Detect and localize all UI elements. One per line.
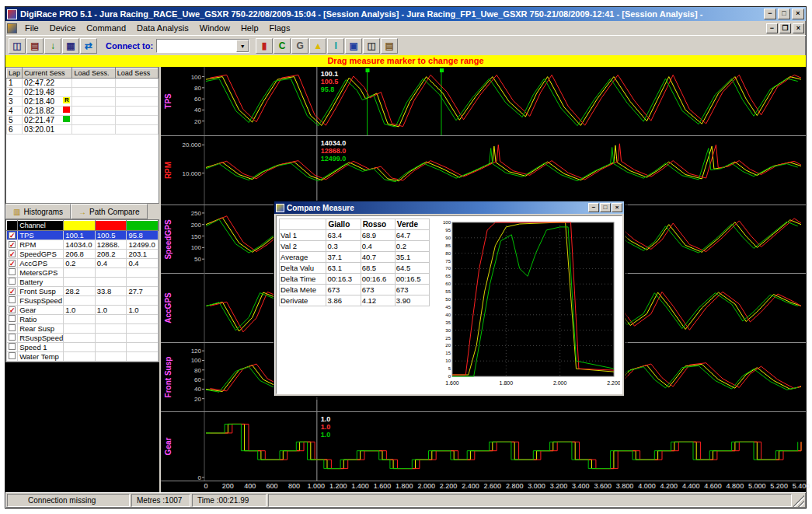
channel-row[interactable]: ✓TPS100.1100.595.8: [7, 231, 159, 240]
gear-chart[interactable]: 01.01.01.0: [175, 412, 806, 481]
channel-checkbox[interactable]: ✓: [9, 250, 16, 257]
lap-row[interactable]: 102:47.22: [7, 79, 159, 88]
svg-text:45: 45: [445, 305, 451, 309]
report-icon[interactable]: ▤: [381, 38, 398, 54]
dialog-close-button[interactable]: ×: [612, 203, 622, 212]
tps-chart[interactable]: 20406080100100.1100.595.8: [175, 67, 806, 135]
chevron-down-icon[interactable]: ▼: [236, 40, 249, 52]
channel-checkbox[interactable]: [9, 296, 16, 303]
channel-value: 1.0: [64, 306, 96, 315]
compare-measure-dialog[interactable]: Compare Measure − □ × GialloRossoVerde V…: [274, 201, 625, 397]
channel-row[interactable]: ✓AccGPS0.20.40.4: [7, 259, 159, 268]
channel-checkbox[interactable]: [9, 315, 16, 322]
channel-value: 208.2: [95, 250, 127, 259]
minimize-button[interactable]: −: [764, 9, 776, 19]
svg-text:15: 15: [445, 351, 451, 355]
histogram-icon[interactable]: ▮: [256, 38, 273, 54]
channel-row[interactable]: MetersGPS: [7, 268, 159, 278]
lap-row[interactable]: 502:21.47: [7, 116, 159, 125]
menu-flags[interactable]: Flags: [264, 22, 296, 34]
download-data-icon[interactable]: ↓: [44, 38, 61, 54]
channel-checkbox-cell: [7, 268, 18, 278]
channel-checkbox[interactable]: ✓: [9, 260, 16, 267]
sync-icon[interactable]: ⇄: [80, 38, 97, 54]
mdi-close-button[interactable]: ×: [793, 23, 804, 33]
channel-row[interactable]: Ratio: [7, 315, 159, 324]
tile-windows-icon[interactable]: ◫: [363, 38, 380, 54]
resize-grip[interactable]: [793, 494, 804, 507]
channel-row[interactable]: RSuspSpeed: [7, 334, 159, 343]
maximize-button[interactable]: □: [778, 9, 790, 19]
channel-value: 28.2: [64, 287, 96, 296]
session-window-icon[interactable]: [7, 23, 17, 33]
map-icon[interactable]: ▣: [345, 38, 362, 54]
cascade-windows-icon[interactable]: ◫: [9, 38, 26, 54]
channel-value: 12499.0: [127, 240, 159, 250]
channel-checkbox[interactable]: [9, 343, 16, 350]
menu-file[interactable]: File: [19, 22, 44, 34]
channel-row[interactable]: ✓Gear1.01.01.0: [7, 306, 159, 315]
tab-histograms[interactable]: ▥ Histograms: [5, 204, 71, 219]
lap-marker: R: [63, 97, 70, 103]
channel-checkbox[interactable]: [9, 352, 16, 359]
channel-row[interactable]: ✓SpeedGPS206.8208.2203.1: [7, 250, 159, 259]
g-meter-icon[interactable]: G: [291, 38, 308, 54]
measure-tool-icon[interactable]: I: [327, 38, 344, 54]
close-button[interactable]: ×: [792, 9, 804, 19]
menu-device[interactable]: Device: [44, 22, 82, 34]
charts-icon[interactable]: ▦: [62, 38, 79, 54]
dialog-minimize-button[interactable]: −: [588, 203, 599, 212]
channel-table-panel: Channel ✓TPS100.1100.595.8✓RPM14034.0128…: [5, 219, 159, 362]
channel-checkbox[interactable]: [9, 324, 16, 331]
svg-text:100: 100: [191, 74, 202, 81]
compare-label-header: [280, 219, 326, 230]
x-tick-label: 4.600: [704, 482, 722, 490]
measure-hint-banner: Drag measure marker to change range: [5, 55, 806, 67]
channel-row[interactable]: ✓RPM14034.012868.12499.0: [7, 240, 159, 250]
channel-checkbox[interactable]: ✓: [9, 306, 16, 313]
menu-command[interactable]: Command: [81, 22, 131, 34]
lap-row[interactable]: 603:20.01: [7, 125, 159, 135]
channel-checkbox[interactable]: [9, 334, 16, 341]
mdi-minimize-button[interactable]: −: [766, 23, 778, 33]
frontsusp-axis-label-text: Front Susp: [164, 357, 173, 398]
lap-row[interactable]: 402:18.82: [7, 107, 159, 116]
tab-path-compare[interactable]: → Path Compare: [71, 204, 147, 219]
title-bar[interactable]: DigiRace PRO 5.1 - Jura Racing_RACE_Uwe_…: [5, 7, 806, 21]
connect-combobox[interactable]: ▼: [156, 39, 249, 53]
channel-checkbox-cell: [7, 334, 18, 343]
rpm-chart[interactable]: 10.00020.00014034.012868.012499.0: [175, 136, 806, 205]
channel-row[interactable]: Water Temp: [7, 352, 159, 362]
channel-row[interactable]: Battery: [7, 278, 159, 287]
dialog-title-bar[interactable]: Compare Measure − □ ×: [274, 201, 624, 214]
compare-chart[interactable]: 0510152025303540455055606570758085909510…: [432, 216, 622, 393]
print-icon[interactable]: ▤: [26, 38, 44, 54]
connection-status: Connection missing: [7, 494, 130, 507]
tab-path-compare-label: Path Compare: [89, 208, 139, 216]
dialog-maximize-button[interactable]: □: [600, 203, 611, 212]
compare-row: Delta Mete673673673: [280, 285, 430, 295]
channel-row[interactable]: Speed 1: [7, 343, 159, 352]
lap-row[interactable]: 202:19.48: [7, 88, 159, 97]
channel-checkbox[interactable]: [9, 268, 16, 275]
channel-checkbox[interactable]: ✓: [9, 241, 16, 248]
lap-compare-icon[interactable]: C: [274, 38, 291, 54]
channel-row[interactable]: ✓Front Susp28.233.827.7: [7, 287, 159, 296]
menu-help[interactable]: Help: [235, 22, 264, 34]
lap-row[interactable]: 302:18.40R: [7, 97, 159, 107]
mdi-restore-button[interactable]: ❐: [779, 23, 791, 33]
channel-row[interactable]: FSuspSpeed: [7, 296, 159, 306]
menu-window[interactable]: Window: [194, 22, 235, 34]
channel-checkbox[interactable]: [9, 278, 16, 285]
channel-value: [64, 268, 96, 278]
channel-checkbox[interactable]: ✓: [9, 232, 16, 239]
channel-row[interactable]: Rear Susp: [7, 324, 159, 334]
channel-value: 1.0: [95, 306, 127, 315]
svg-text:100.1: 100.1: [321, 70, 339, 78]
svg-text:50: 50: [445, 297, 451, 302]
channel-checkbox[interactable]: ✓: [9, 288, 16, 295]
x-tick-label: 1.000: [308, 482, 326, 490]
compare-value: 673: [326, 285, 361, 295]
alarms-icon[interactable]: ▲: [309, 38, 326, 54]
menu-data-analysis[interactable]: Data Analysis: [131, 22, 194, 34]
